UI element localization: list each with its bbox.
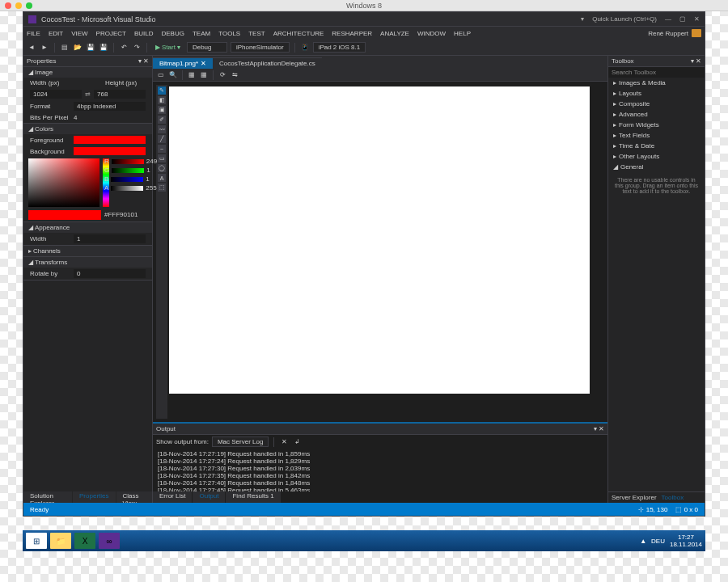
brush-tool-icon[interactable]: 〰 [158,125,166,133]
section-image[interactable]: ◢ Image [23,67,152,78]
tab-class-view[interactable]: Class View [116,491,153,503]
tab-toolbox[interactable]: Toolbox [662,494,684,501]
tab-server-explorer[interactable]: Server Explorer [612,494,657,501]
toolbox-close-icon[interactable]: ✕ [696,57,701,65]
a-value[interactable]: 255 [146,184,156,192]
vs-taskbar-icon[interactable]: ∞ [99,533,120,549]
toolbox-search[interactable]: Search Toolbox [608,67,705,78]
tray-flag-icon[interactable]: ▲ [640,538,646,545]
format-combo[interactable]: 4bpp Indexed [74,102,146,111]
grid-icon[interactable]: ▦ [187,70,197,80]
flip-icon[interactable]: ⇋ [230,70,239,80]
menu-debug[interactable]: DEBUG [162,30,184,37]
tab-properties[interactable]: Properties [73,491,115,503]
undo-icon[interactable]: ↶ [119,43,129,53]
pointer-icon[interactable]: ▭ [156,70,166,80]
rect-tool-icon[interactable]: ▭ [158,154,166,162]
tray-clock[interactable]: 17:2718.11.2014 [670,534,702,548]
save-all-icon[interactable]: 💾 [99,43,108,53]
menu-team[interactable]: TEAM [193,30,210,37]
curve-tool-icon[interactable]: ~ [158,145,166,153]
toolbox-group-advanced[interactable]: ▸ Advanced [608,109,705,120]
b-value[interactable]: 1 [146,175,149,183]
pin-icon[interactable]: ▾ [138,57,142,65]
toolbox-group-images[interactable]: ▸ Images & Media [608,78,705,88]
zoom-icon[interactable]: 🔍 [168,70,178,80]
wrap-icon[interactable]: ↲ [292,437,302,447]
menu-project[interactable]: PROJECT [96,30,126,37]
menu-file[interactable]: FILE [27,30,40,37]
eyedropper-tool-icon[interactable]: ✐ [158,116,166,124]
minimize-icon[interactable]: — [665,15,671,23]
config-combo[interactable]: Debug [187,42,227,53]
toolbox-group-composite[interactable]: ▸ Composite [608,99,705,109]
new-file-icon[interactable]: ▤ [60,43,70,53]
canvas-viewport[interactable] [167,85,604,419]
tab-solution-explorer[interactable]: Solution Explorer [23,491,72,503]
close-icon[interactable]: ✕ [694,15,700,23]
g-slider[interactable] [112,168,144,173]
r-slider[interactable] [112,159,144,164]
b-slider[interactable] [111,177,143,182]
user-avatar[interactable] [692,29,701,37]
toolbox-group-text[interactable]: ▸ Text Fields [608,130,705,141]
nav-back-icon[interactable]: ◄ [27,43,36,53]
device-combo[interactable]: iPad 2 iOS 8.1 [313,42,366,53]
toolbox-group-general[interactable]: ◢ General [608,162,705,172]
user-name[interactable]: René Ruppert [648,30,688,37]
save-icon[interactable]: 💾 [86,43,95,53]
tab-close-icon[interactable]: ✕ [201,60,206,67]
menu-build[interactable]: BUILD [134,30,154,37]
bg-swatch[interactable] [74,147,146,155]
redo-icon[interactable]: ↷ [132,43,142,53]
select-tool-icon[interactable]: ⬚ [158,183,166,192]
rotate-input[interactable]: 0 [74,269,146,278]
section-colors[interactable]: ◢ Colors [23,124,152,134]
tab-bitmap[interactable]: Bitmap1.png*✕ [153,57,213,69]
toolbox-group-layouts[interactable]: ▸ Layouts [608,88,705,99]
menu-test[interactable]: TEST [248,30,265,37]
line-tool-icon[interactable]: ╱ [158,135,166,143]
text-tool-icon[interactable]: A [158,174,166,182]
section-transforms[interactable]: ◢ Transforms [23,257,152,268]
open-icon[interactable]: 📂 [73,43,83,53]
quick-launch[interactable]: Quick Launch (Ctrl+Q) [592,15,657,23]
excel-icon[interactable]: X [74,533,95,549]
a-slider[interactable] [111,186,143,191]
fg-swatch[interactable] [74,136,146,144]
width-input[interactable]: 1024 [30,90,82,99]
menu-tools[interactable]: TOOLS [218,30,240,37]
fill-tool-icon[interactable]: ▣ [158,106,166,114]
toolbox-group-other[interactable]: ▸ Other Layouts [608,151,705,162]
ellipse-tool-icon[interactable]: ◯ [158,164,166,172]
platform-combo[interactable]: iPhoneSimulator [231,42,290,53]
start-button[interactable]: ⊞ [26,533,47,549]
hex-value[interactable]: #FFF90101 [104,210,138,220]
height-input[interactable]: 768 [94,90,146,99]
explorer-icon[interactable]: 📁 [50,533,71,549]
menu-view[interactable]: VIEW [71,30,87,37]
panel-close-icon[interactable]: ✕ [143,57,149,65]
output-close-icon[interactable]: ✕ [599,425,604,432]
bitmap-canvas[interactable] [169,86,590,394]
menu-window[interactable]: WINDOW [417,30,446,37]
start-button[interactable]: ▶ Start ▾ [152,44,184,51]
clear-icon[interactable]: ✕ [279,437,289,447]
rotate-icon[interactable]: ⟳ [218,70,227,80]
toolbox-pin-icon[interactable]: ▾ [691,57,694,65]
menu-help[interactable]: HELP [454,30,471,37]
nav-fwd-icon[interactable]: ► [40,43,49,53]
menu-analyze[interactable]: ANALYZE [380,30,409,37]
output-log[interactable]: [18-Nov-2014 17:27:19] Request handled i… [153,449,607,491]
tray-lang[interactable]: DEU [651,538,665,545]
output-source-combo[interactable]: Mac Server Log [212,436,269,447]
toolbox-group-form[interactable]: ▸ Form Widgets [608,120,705,130]
menu-resharper[interactable]: RESHARPER [332,30,372,37]
pencil-tool-icon[interactable]: ✎ [158,86,166,95]
tab-find-results[interactable]: Find Results 1 [226,491,280,503]
r-value[interactable]: 249 [146,158,157,165]
grid2-icon[interactable]: ▦ [199,70,209,80]
output-pin-icon[interactable]: ▾ [594,425,597,432]
menu-edit[interactable]: EDIT [49,30,63,37]
notification-icon[interactable]: ▾ [581,15,584,23]
